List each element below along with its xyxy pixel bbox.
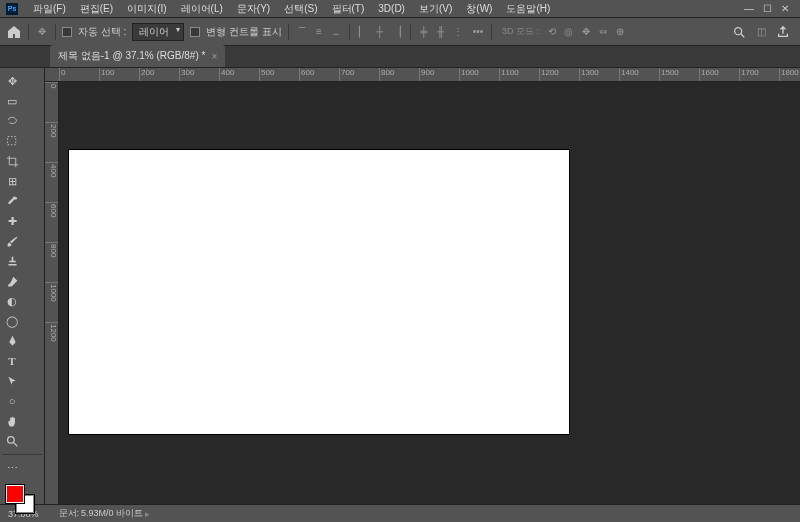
doc-size: 5.93M/0 바이트 [81,507,143,520]
svg-rect-2 [7,136,15,144]
share-icon[interactable] [776,25,790,39]
menu-3d[interactable]: 3D(D) [371,3,412,14]
pen-tool[interactable] [2,332,22,350]
search-icon[interactable] [732,25,746,39]
svg-line-1 [741,33,745,37]
svg-point-0 [735,27,742,34]
eraser-tool[interactable] [2,272,22,290]
ruler-vertical[interactable]: 0200 400600 8001000 1200 [45,82,59,504]
3d-pan-icon[interactable]: ✥ [579,25,593,39]
minimize-button[interactable]: — [740,2,758,16]
marquee-tool[interactable]: ▭ [2,92,22,110]
align-hcenter-icon[interactable]: ┼ [373,25,387,39]
status-bar: 37.08% 문서: 5.93M/0 바이트 ▸ [0,504,800,522]
tab-close-icon[interactable]: × [211,51,217,62]
distribute-v-icon[interactable]: ╫ [434,25,448,39]
dodge-tool[interactable]: ◯ [2,312,22,330]
toolbox: ✥ ▭ ⊞ ✚ ◐ ◯ T ○ ⋯ ◙ [0,68,45,504]
transform-controls-label: 변형 컨트롤 표시 [206,25,282,39]
align-bottom-icon[interactable]: ⎽ [329,25,343,39]
menu-image[interactable]: 이미지(I) [120,2,173,16]
frame-tool[interactable]: ⊞ [2,172,22,190]
canvas-area: 0100 200300 400500 600700 800900 1000110… [45,68,800,504]
home-icon[interactable] [6,24,22,40]
distribute-space-icon[interactable]: ⋮ [451,25,465,39]
align-left-icon[interactable]: ▏ [356,25,370,39]
canvas[interactable] [69,150,569,434]
doc-label: 문서: [59,507,80,520]
eyedropper-tool[interactable] [2,192,22,210]
svg-point-3 [7,436,14,443]
move-tool-icon: ✥ [35,25,49,39]
move-tool[interactable]: ✥ [2,72,22,90]
options-bar: ✥ 자동 선택 : 레이어 변형 컨트롤 표시 ⎺ ≡ ⎽ ▏ ┼ ▕ ╪ ╫ … [0,18,800,46]
edit-toolbar-icon[interactable]: ⋯ [2,459,22,477]
gradient-tool[interactable]: ◐ [2,292,22,310]
crop-tool[interactable] [2,152,22,170]
menu-type[interactable]: 문자(Y) [230,2,277,16]
canvas-viewport[interactable] [59,82,800,504]
align-group-2: ▏ ┼ ▕ [356,25,404,39]
zoom-tool[interactable] [2,432,22,450]
menu-bar: Ps 파일(F) 편집(E) 이미지(I) 레이어(L) 문자(Y) 선택(S)… [0,0,800,18]
quick-select-tool[interactable] [2,132,22,150]
color-swatches[interactable] [2,483,42,515]
doc-info-arrow-icon[interactable]: ▸ [145,509,150,519]
workspace-icon[interactable]: ◫ [754,25,768,39]
transform-controls-checkbox[interactable] [190,27,200,37]
align-right-icon[interactable]: ▕ [390,25,404,39]
distribute-group: ╪ ╫ ⋮ [417,25,465,39]
menu-select[interactable]: 선택(S) [277,2,324,16]
mode-3d-label: 3D 모드 : [502,25,539,38]
healing-tool[interactable]: ✚ [2,212,22,230]
maximize-button[interactable]: ☐ [758,2,776,16]
shape-tool[interactable]: ○ [2,392,22,410]
close-button[interactable]: ✕ [776,2,794,16]
hand-tool[interactable] [2,412,22,430]
align-group-1: ⎺ ≡ ⎽ [295,25,343,39]
document-tab-title: 제목 없음-1 @ 37.1% (RGB/8#) * [58,49,205,63]
auto-select-checkbox[interactable] [62,27,72,37]
auto-select-label: 자동 선택 : [78,25,126,39]
app-logo: Ps [6,3,18,15]
document-tab[interactable]: 제목 없음-1 @ 37.1% (RGB/8#) * × [50,45,225,67]
menu-filter[interactable]: 필터(T) [325,2,372,16]
3d-roll-icon[interactable]: ◎ [562,25,576,39]
brush-tool[interactable] [2,232,22,250]
stamp-tool[interactable] [2,252,22,270]
more-options-icon[interactable]: ••• [471,25,485,39]
distribute-h-icon[interactable]: ╪ [417,25,431,39]
ruler-horizontal[interactable]: 0100 200300 400500 600700 800900 1000110… [45,68,800,82]
menu-help[interactable]: 도움말(H) [499,2,557,16]
path-select-tool[interactable] [2,372,22,390]
svg-line-4 [13,442,17,446]
lasso-tool[interactable] [2,112,22,130]
menu-window[interactable]: 창(W) [459,2,499,16]
3d-zoom-icon[interactable]: ⊕ [613,25,627,39]
type-tool[interactable]: T [2,352,22,370]
auto-select-dropdown[interactable]: 레이어 [132,23,184,41]
3d-slide-icon[interactable]: ⇔ [596,25,610,39]
align-top-icon[interactable]: ⎺ [295,25,309,39]
menu-edit[interactable]: 편집(E) [73,2,120,16]
foreground-color[interactable] [6,485,24,503]
3d-orbit-icon[interactable]: ⟲ [545,25,559,39]
menu-file[interactable]: 파일(F) [26,2,73,16]
document-tab-bar: 제목 없음-1 @ 37.1% (RGB/8#) * × [0,46,800,68]
align-vcenter-icon[interactable]: ≡ [312,25,326,39]
menu-layer[interactable]: 레이어(L) [174,2,230,16]
menu-view[interactable]: 보기(V) [412,2,459,16]
